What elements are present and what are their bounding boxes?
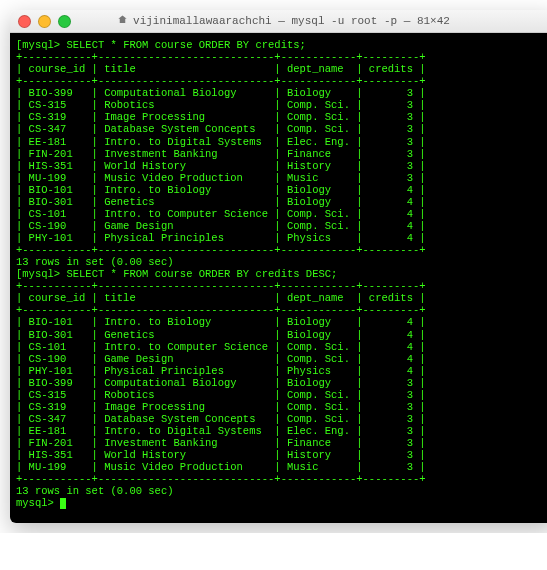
- table-row: | PHY-101 | Physical Principles | Physic…: [16, 232, 547, 244]
- result-line: 13 rows in set (0.00 sec): [16, 256, 547, 268]
- table-row: | PHY-101 | Physical Principles | Physic…: [16, 365, 547, 377]
- prompt-line: [mysql> SELECT * FROM course ORDER BY cr…: [16, 268, 547, 280]
- prompt-line: [mysql> SELECT * FROM course ORDER BY cr…: [16, 39, 547, 51]
- table-row: | FIN-201 | Investment Banking | Finance…: [16, 437, 547, 449]
- table-row: | HIS-351 | World History | History | 3 …: [16, 160, 547, 172]
- terminal-window: vijinimallawaarachchi — mysql -u root -p…: [10, 10, 547, 523]
- result-line: 13 rows in set (0.00 sec): [16, 485, 547, 497]
- terminal-body[interactable]: [mysql> SELECT * FROM course ORDER BY cr…: [10, 33, 547, 523]
- table-row: | HIS-351 | World History | History | 3 …: [16, 449, 547, 461]
- table-row: | BIO-101 | Intro. to Biology | Biology …: [16, 316, 547, 328]
- table-separator: +-----------+---------------------------…: [16, 473, 547, 485]
- cursor-icon: [60, 498, 66, 509]
- table-row: | CS-101 | Intro. to Computer Science | …: [16, 208, 547, 220]
- table-row: | FIN-201 | Investment Banking | Finance…: [16, 148, 547, 160]
- table-row: | CS-347 | Database System Concepts | Co…: [16, 413, 547, 425]
- table-row: | CS-319 | Image Processing | Comp. Sci.…: [16, 401, 547, 413]
- query-text: SELECT * FROM course ORDER BY credits;: [66, 39, 305, 51]
- table-header: | course_id | title | dept_name | credit…: [16, 63, 547, 75]
- table-row: | MU-199 | Music Video Production | Musi…: [16, 172, 547, 184]
- zoom-icon[interactable]: [58, 15, 71, 28]
- close-icon[interactable]: [18, 15, 31, 28]
- table-separator: +-----------+---------------------------…: [16, 280, 547, 292]
- window-title-text: vijinimallawaarachchi — mysql -u root -p…: [133, 15, 450, 27]
- table-row: | CS-319 | Image Processing | Comp. Sci.…: [16, 111, 547, 123]
- table-row: | CS-347 | Database System Concepts | Co…: [16, 123, 547, 135]
- titlebar: vijinimallawaarachchi — mysql -u root -p…: [10, 10, 547, 33]
- table-row: | BIO-301 | Genetics | Biology | 4 |: [16, 329, 547, 341]
- table-row: | BIO-301 | Genetics | Biology | 4 |: [16, 196, 547, 208]
- query-text: SELECT * FROM course ORDER BY credits DE…: [66, 268, 337, 280]
- prompt-line: mysql>: [16, 497, 547, 509]
- window-controls: [18, 15, 71, 28]
- table-row: | EE-181 | Intro. to Digital Systems | E…: [16, 425, 547, 437]
- table-separator: +-----------+---------------------------…: [16, 75, 547, 87]
- table-row: | CS-101 | Intro. to Computer Science | …: [16, 341, 547, 353]
- table-row: | CS-190 | Game Design | Comp. Sci. | 4 …: [16, 220, 547, 232]
- table-row: | BIO-399 | Computational Biology | Biol…: [16, 377, 547, 389]
- minimize-icon[interactable]: [38, 15, 51, 28]
- table-row: | EE-181 | Intro. to Digital Systems | E…: [16, 136, 547, 148]
- table-row: | BIO-101 | Intro. to Biology | Biology …: [16, 184, 547, 196]
- window-title: vijinimallawaarachchi — mysql -u root -p…: [10, 14, 547, 28]
- table-row: | CS-315 | Robotics | Comp. Sci. | 3 |: [16, 99, 547, 111]
- table-separator: +-----------+---------------------------…: [16, 244, 547, 256]
- table-row: | MU-199 | Music Video Production | Musi…: [16, 461, 547, 473]
- table-row: | BIO-399 | Computational Biology | Biol…: [16, 87, 547, 99]
- table-separator: +-----------+---------------------------…: [16, 51, 547, 63]
- home-icon: [117, 14, 128, 28]
- table-row: | CS-315 | Robotics | Comp. Sci. | 3 |: [16, 389, 547, 401]
- table-separator: +-----------+---------------------------…: [16, 304, 547, 316]
- table-header: | course_id | title | dept_name | credit…: [16, 292, 547, 304]
- table-row: | CS-190 | Game Design | Comp. Sci. | 4 …: [16, 353, 547, 365]
